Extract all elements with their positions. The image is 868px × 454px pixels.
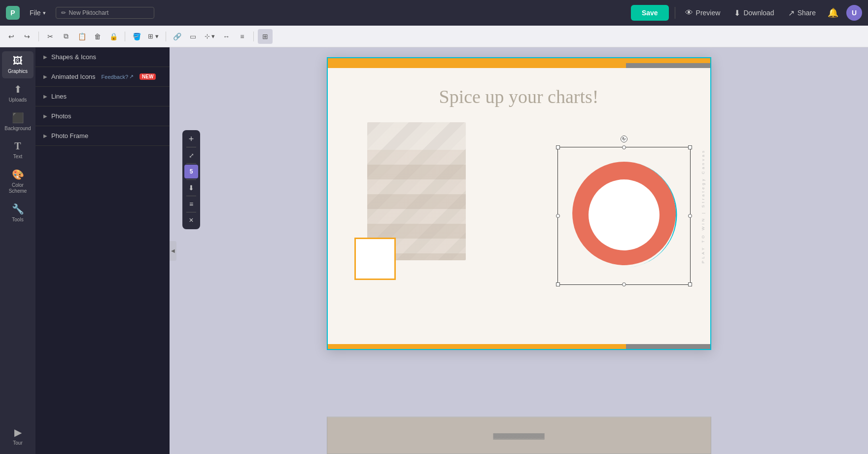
document-title[interactable]: ✏ New Piktochart [56, 7, 154, 19]
sidebar-item-text[interactable]: T Text [2, 137, 34, 164]
animated-icons-section: ▶ Animated Icons Feedback? ↗ NEW [35, 67, 170, 87]
file-menu[interactable]: File ▾ [26, 7, 50, 19]
undo-redo-group: ↩ ↪ [4, 29, 35, 44]
tour-icon: ▶ [14, 426, 22, 438]
float-divider-5 [186, 212, 196, 212]
photo-frame-arrow: ▶ [43, 133, 47, 139]
float-divider-4 [186, 196, 196, 196]
link-button[interactable]: 🔗 [170, 29, 185, 44]
next-slide-preview[interactable]: ▓▓▓▓▓▓▓▓▓▓▓▓▓ [327, 417, 711, 454]
new-badge: NEW [139, 73, 156, 80]
canvas-page: Spice up your charts! [327, 57, 711, 350]
more-button[interactable]: ⊞ [258, 29, 273, 44]
background-icon: ⬛ [12, 112, 24, 124]
lines-arrow: ▶ [43, 94, 47, 99]
lock-button[interactable]: 🔒 [106, 29, 121, 44]
sidebar-item-tools[interactable]: 🔧 Tools [2, 199, 34, 227]
photos-section: ▶ Photos [35, 106, 170, 126]
external-link-icon: ↗ [129, 73, 134, 80]
clipboard-group: ✂ ⧉ 📋 🗑 🔒 [43, 29, 121, 44]
flip-button[interactable]: ↔ [219, 29, 234, 44]
handle-tl [556, 145, 560, 149]
handle-ml [556, 214, 560, 218]
rotate-handle[interactable]: ↻ [621, 136, 627, 142]
bg-button[interactable]: ▭ [186, 29, 201, 44]
preview-button[interactable]: 👁 Preview [681, 6, 725, 19]
sidebar-item-colorscheme[interactable]: 🎨 Color Scheme [2, 165, 34, 198]
user-avatar[interactable]: U [846, 5, 862, 21]
photo-frame-header[interactable]: ▶ Photo Frame [35, 126, 170, 145]
redo-button[interactable]: ↪ [20, 29, 35, 44]
fill-button[interactable]: 🪣 [129, 29, 144, 44]
canvas-area[interactable]: ◀ Spice up your charts! [170, 47, 868, 454]
sidebar-item-graphics[interactable]: 🖼 Graphics [2, 51, 34, 78]
tb2-divider-4 [253, 32, 254, 41]
align-button[interactable]: ≡ [235, 29, 249, 44]
photos-header[interactable]: ▶ Photos [35, 106, 170, 126]
float-divider-2 [186, 163, 196, 164]
arrange-group: 🔗 ▭ ⊹ ▾ ↔ ≡ [170, 29, 250, 44]
handle-tr [688, 145, 692, 149]
share-button[interactable]: ↗ Share [784, 6, 820, 20]
sidebar-item-background[interactable]: ⬛ Background [2, 108, 34, 136]
slide-preview-label: ▓▓▓▓▓▓▓▓▓▓▓▓▓ [493, 433, 544, 439]
float-duplicate-button[interactable]: ⬇ [184, 181, 198, 195]
sidebar-item-uploads[interactable]: ⬆ Uploads [2, 79, 34, 107]
app-logo: P [6, 6, 20, 20]
topbar-divider [675, 7, 675, 19]
style-group: 🪣 ⊞ ▾ [129, 29, 162, 44]
shapes-icons-label: Shapes & Icons [51, 53, 96, 61]
canvas-top-orange-bar [328, 58, 710, 63]
animated-icons-header[interactable]: ▶ Animated Icons Feedback? ↗ NEW [35, 67, 170, 86]
photos-label: Photos [51, 112, 71, 120]
animated-icons-arrow: ▶ [43, 74, 47, 79]
text-icon: T [14, 140, 21, 152]
uploads-icon: ⬆ [14, 83, 22, 95]
download-button[interactable]: ⬇ Download [730, 6, 778, 20]
cut-button[interactable]: ✂ [43, 29, 58, 44]
graphics-panel: ▶ Shapes & Icons ▶ Animated Icons Feedba… [35, 47, 170, 454]
handle-mr [688, 214, 692, 218]
notifications-bell[interactable]: 🔔 [826, 5, 840, 20]
animated-icons-label: Animated Icons [51, 73, 96, 80]
float-layer-button[interactable]: ≡ [184, 197, 198, 211]
feedback-link[interactable]: Feedback? ↗ [102, 73, 134, 80]
photo-frame-section: ▶ Photo Frame [35, 126, 170, 146]
collapse-panel-button[interactable]: ◀ [170, 241, 176, 261]
lines-header[interactable]: ▶ Lines [35, 87, 170, 106]
vertical-text-container: PLAY TO WIN | Strategy Canvas [698, 68, 708, 344]
arrange-dropdown[interactable]: ⊹ ▾ [202, 32, 218, 41]
donut-chart-container[interactable]: ↻ [562, 152, 686, 282]
delete-button[interactable]: 🗑 [90, 29, 105, 44]
photos-arrow: ▶ [43, 113, 47, 119]
selected-orange-rectangle[interactable] [354, 238, 396, 280]
tb2-divider-3 [166, 32, 166, 41]
handle-mt [622, 145, 626, 149]
left-sidebar: 🖼 Graphics ⬆ Uploads ⬛ Background T Text… [0, 47, 35, 454]
photo-frame-label: Photo Frame [51, 132, 88, 140]
tb2-divider-1 [38, 32, 39, 41]
paste-button[interactable]: 📋 [74, 29, 89, 44]
canvas-bottom-bar [328, 344, 710, 349]
handle-mb [622, 282, 626, 286]
shapes-icons-header[interactable]: ▶ Shapes & Icons [35, 47, 170, 67]
float-page-count[interactable]: 5 [184, 165, 198, 178]
sidebar-item-tour[interactable]: ▶ Tour [2, 422, 34, 450]
shapes-icons-arrow: ▶ [43, 54, 47, 60]
float-resize-button[interactable]: ⤢ [184, 148, 198, 162]
colorscheme-icon: 🎨 [12, 169, 24, 180]
main-layout: 🖼 Graphics ⬆ Uploads ⬛ Background T Text… [0, 47, 868, 454]
grid-dropdown[interactable]: ⊞ ▾ [145, 32, 162, 41]
float-close-button[interactable]: × [184, 213, 198, 227]
copy-button[interactable]: ⧉ [59, 29, 73, 44]
save-button[interactable]: Save [631, 5, 669, 21]
lines-section: ▶ Lines [35, 87, 170, 106]
float-add-button[interactable]: + [184, 132, 198, 146]
svg-point-0 [589, 179, 660, 250]
undo-button[interactable]: ↩ [4, 29, 19, 44]
float-toolbar: + ⤢ 5 ⬇ ≡ × [182, 130, 200, 229]
canvas-content[interactable]: Spice up your charts! [328, 68, 710, 344]
donut-chart-svg [562, 152, 686, 280]
handle-br [688, 282, 692, 286]
chevron-left-icon: ◀ [171, 248, 175, 253]
